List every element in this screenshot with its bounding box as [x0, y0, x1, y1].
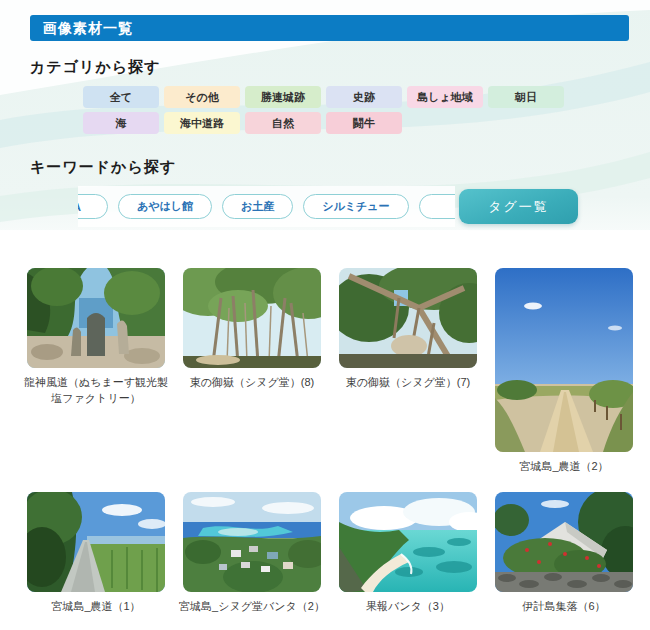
category-other[interactable]: その他: [164, 86, 240, 108]
photo-shinugu-banta-2: [183, 492, 321, 592]
keyword-tag-ayahashikan[interactable]: あやはし館: [118, 194, 212, 219]
photo-ikei-village-6: [495, 492, 633, 592]
keyword-tag-partial[interactable]: [419, 194, 455, 219]
tag-list-button[interactable]: タグ一覧: [459, 189, 578, 224]
photo-higashi-utaki-8: [183, 268, 321, 368]
gallery-card-ryujin-fudo[interactable]: 龍神風道（ぬちまーす観光製塩ファクトリー）: [27, 268, 165, 407]
photo-caption: 東の御嶽（シヌグ堂）(8): [177, 375, 327, 391]
category-sea[interactable]: 海: [83, 112, 159, 134]
category-kaichu-doro[interactable]: 海中道路: [164, 112, 240, 134]
image-material-page: 画像素材一覧 カテゴリから探す 全て その他 勝連城跡 史跡 島しょ地域 朝日 …: [0, 0, 650, 630]
photo-caption: 果報バンタ（3）: [333, 599, 483, 615]
gallery-card-miyagi-road-2[interactable]: 宮城島_農道（2）: [495, 268, 633, 475]
category-heading: カテゴリから探す: [30, 58, 160, 77]
gallery-card-shinugu-banta-2[interactable]: 宮城島_シヌグ堂バンタ（2）: [183, 492, 321, 615]
category-bullfight[interactable]: 闘牛: [326, 112, 402, 134]
photo-caption: 宮城島_農道（2）: [489, 459, 639, 475]
photo-miyagi-road-1: [27, 492, 165, 592]
gallery-card-kafu-banta-3[interactable]: 果報バンタ（3）: [339, 492, 477, 615]
photo-miyagi-road-2: [495, 268, 633, 452]
gallery-card-ikei-village-6[interactable]: 伊計島集落（6）: [495, 492, 633, 615]
page-title: 画像素材一覧: [30, 15, 629, 41]
keyword-heading: キーワードから探す: [30, 158, 176, 177]
photo-caption: 宮城島_シヌグ堂バンタ（2）: [177, 599, 327, 615]
keyword-tag-wa[interactable]: WA: [78, 194, 108, 219]
photo-caption: 宮城島_農道（1）: [21, 599, 171, 615]
gallery-card-higashi-utaki-8[interactable]: 東の御嶽（シヌグ堂）(8): [183, 268, 321, 391]
category-list: 全て その他 勝連城跡 史跡 島しょ地域 朝日 海 海中道路 自然 闘牛: [83, 86, 583, 134]
photo-higashi-utaki-7: [339, 268, 477, 368]
category-historic[interactable]: 史跡: [326, 86, 402, 108]
category-nature[interactable]: 自然: [245, 112, 321, 134]
category-all[interactable]: 全て: [83, 86, 159, 108]
category-katsuren[interactable]: 勝連城跡: [245, 86, 321, 108]
category-islands[interactable]: 島しょ地域: [407, 86, 483, 108]
keyword-tag-omiyage[interactable]: お土産: [222, 194, 293, 219]
gallery-card-higashi-utaki-7[interactable]: 東の御嶽（シヌグ堂）(7): [339, 268, 477, 391]
photo-caption: 龍神風道（ぬちまーす観光製塩ファクトリー）: [21, 375, 171, 407]
photo-caption: 東の御嶽（シヌグ堂）(7): [333, 375, 483, 391]
keyword-tag-strip: WA あやはし館 お土産 シルミチュー: [78, 186, 455, 227]
keyword-tag-shirumichu[interactable]: シルミチュー: [303, 194, 408, 219]
gallery-card-miyagi-road-1[interactable]: 宮城島_農道（1）: [27, 492, 165, 615]
photo-ryujin-fudo: [27, 268, 165, 368]
category-sunrise[interactable]: 朝日: [488, 86, 564, 108]
photo-caption: 伊計島集落（6）: [489, 599, 639, 615]
photo-kafu-banta-3: [339, 492, 477, 592]
